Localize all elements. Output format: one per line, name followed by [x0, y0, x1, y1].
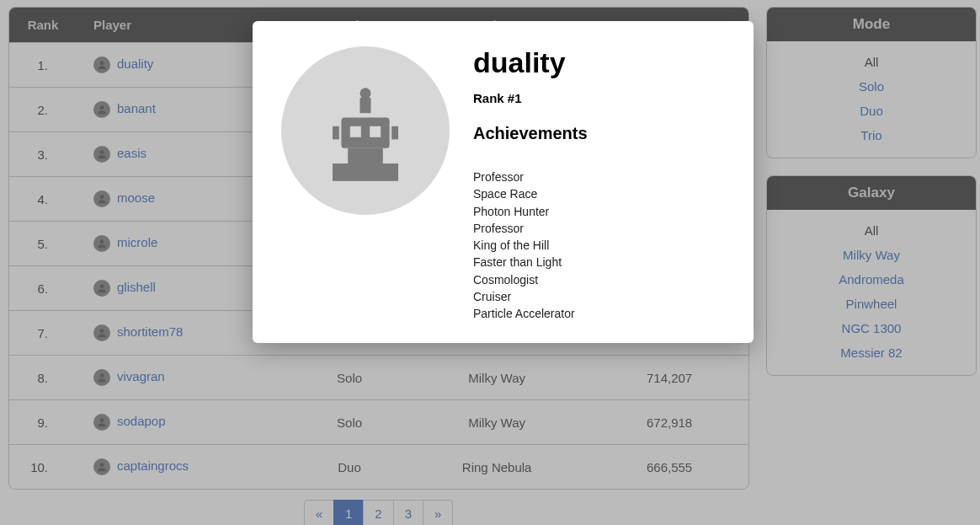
achievement-item: Professor [473, 220, 588, 237]
svg-rect-16 [348, 148, 383, 166]
modal-player-name: duality [473, 46, 588, 79]
robot-avatar-icon [281, 46, 450, 215]
achievement-item: Space Race [473, 185, 588, 202]
achievement-item: Cosmologist [473, 271, 588, 288]
achievements-heading: Achievements [473, 124, 588, 143]
svg-rect-11 [360, 98, 371, 113]
svg-rect-17 [333, 126, 339, 140]
player-modal: duality Rank #1 Achievements ProfessorSp… [253, 21, 754, 343]
achievement-item: Faster than Light [473, 254, 588, 271]
svg-rect-10 [341, 117, 389, 147]
achievement-item: Cruiser [473, 288, 588, 305]
svg-rect-15 [333, 163, 398, 181]
achievement-item: Professor [473, 169, 588, 185]
achievement-item: King of the Hill [473, 237, 588, 254]
achievement-item: Photon Hunter [473, 203, 588, 220]
achievement-item: Particle Accelerator [473, 305, 588, 322]
modal-rank: Rank #1 [473, 91, 588, 105]
svg-point-12 [360, 88, 371, 99]
svg-rect-18 [391, 126, 398, 140]
svg-rect-13 [350, 126, 361, 137]
svg-rect-14 [370, 126, 381, 137]
